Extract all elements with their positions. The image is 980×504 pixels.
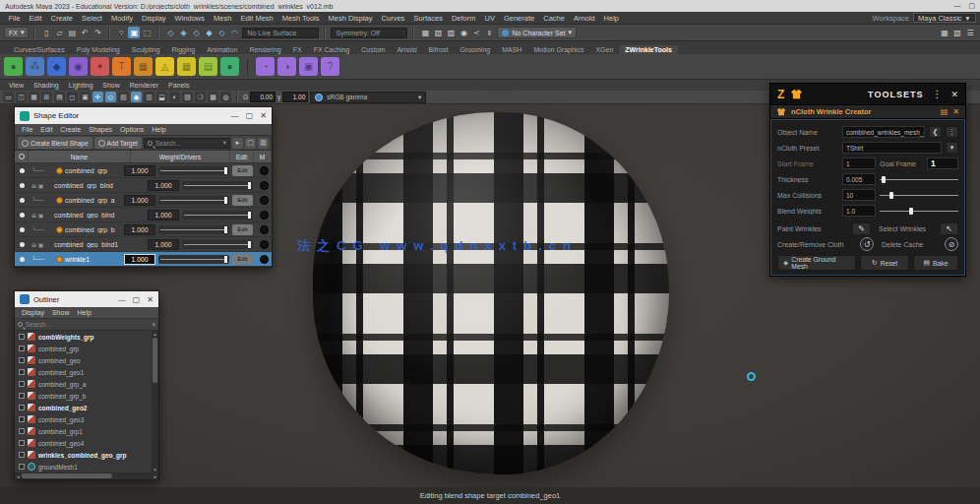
filter-icon[interactable]: ▸ xyxy=(232,138,243,149)
combined_grp[interactable]: └── combined_grp 1.000 Edit xyxy=(15,163,272,178)
redo-icon[interactable]: ↷ xyxy=(92,27,103,38)
menu-set-selector[interactable]: FX ▾ xyxy=(4,27,29,38)
scroll-right-icon[interactable]: ▸ xyxy=(153,473,156,479)
shelf-tab[interactable]: Grooming xyxy=(454,45,496,54)
weight-slider[interactable] xyxy=(182,211,253,220)
create-blend-shape-button[interactable]: Create Blend Shape xyxy=(18,137,92,149)
minimize-button[interactable]: — xyxy=(231,111,239,120)
field-shelf-icon[interactable]: ● xyxy=(220,57,239,76)
maximize-button[interactable]: ▢ xyxy=(968,2,975,10)
menu-item[interactable]: Display xyxy=(138,14,171,23)
groundMesh1[interactable]: groundMesh1 xyxy=(15,461,152,472)
node-name[interactable]: combined_grp_a xyxy=(38,381,86,388)
node-name[interactable]: combined_geo xyxy=(38,357,81,364)
edit-column-header[interactable]: Edit xyxy=(230,151,254,162)
shelf-tab[interactable]: ZWrinkleTools xyxy=(619,45,678,54)
shelf-tab[interactable]: Arnold xyxy=(391,45,422,54)
plaid-cloth-object[interactable] xyxy=(313,112,669,474)
save-scene-icon[interactable]: ▤ xyxy=(66,27,78,38)
exposure-field[interactable]: 0.00 xyxy=(250,92,276,102)
grid-icon[interactable]: ✛ xyxy=(92,92,103,102)
combined_geo_blnd[interactable]: ⊞ ▣ combined_geo_blnd 1.000 xyxy=(15,208,272,222)
create-ground-mesh-button[interactable]: ◈ Create Ground Mesh xyxy=(777,255,856,271)
slider-handle[interactable] xyxy=(909,208,913,215)
new-scene-icon[interactable]: ▯ xyxy=(40,27,52,38)
help-shelf-icon[interactable]: ? xyxy=(321,57,339,76)
visibility-checkbox[interactable] xyxy=(19,381,25,387)
shape-editor-titlebar[interactable]: Shape Editor — ▢ ✕ xyxy=(15,107,272,124)
slider-handle[interactable] xyxy=(248,241,251,248)
select-camera-icon[interactable]: ▭ xyxy=(3,92,14,102)
shape-name[interactable]: combined_grp xyxy=(65,167,124,174)
node-name[interactable]: combined_grp_b xyxy=(38,393,86,400)
ncloth-collider-icon[interactable]: ◑ xyxy=(277,57,296,76)
snap-curve-icon[interactable]: ◈ xyxy=(177,27,189,38)
mute-toggle[interactable] xyxy=(256,166,272,175)
slider-handle[interactable] xyxy=(224,197,227,204)
render-settings-icon[interactable]: ▨ xyxy=(445,27,457,38)
slider-handle[interactable] xyxy=(224,167,227,174)
combined_geo[interactable]: combined_geo xyxy=(15,354,152,366)
shape-name[interactable]: combined_grp_a xyxy=(65,197,124,204)
combined_grp[interactable]: combined_grp xyxy=(15,343,152,354)
thickness-slider[interactable] xyxy=(880,174,958,184)
menu-item[interactable]: Create xyxy=(46,14,78,23)
slider-handle[interactable] xyxy=(224,226,227,233)
shape-editor-menu-item[interactable]: Shapes xyxy=(85,126,116,133)
field-chart-icon[interactable]: ▥ xyxy=(144,92,154,102)
combined_grp_a[interactable]: combined_grp_a xyxy=(15,378,152,390)
mute-toggle[interactable] xyxy=(256,225,272,234)
shelf-tab[interactable]: Rendering xyxy=(243,45,286,54)
scrollbar-thumb[interactable] xyxy=(22,473,112,478)
close-icon[interactable]: ✕ xyxy=(950,90,958,99)
menu-item[interactable]: Modify xyxy=(106,14,137,23)
mute-column-header[interactable]: M xyxy=(254,151,272,162)
cache-shelf-icon[interactable]: ▤ xyxy=(199,57,217,76)
node-name[interactable]: combined_geo3 xyxy=(38,416,84,423)
visibility-checkbox[interactable] xyxy=(19,334,25,340)
maximize-button[interactable]: ▢ xyxy=(246,111,254,120)
row-radio[interactable] xyxy=(15,183,29,188)
weight-slider[interactable] xyxy=(158,225,229,234)
edit-target-button[interactable]: Edit xyxy=(232,254,253,265)
row-radio[interactable] xyxy=(15,257,29,262)
ipr-render-icon[interactable]: ▧ xyxy=(432,27,444,38)
node-editor-icon[interactable]: ≺ xyxy=(470,27,482,38)
wrinkle1[interactable]: └── wrinkle1 1.000 Edit xyxy=(15,252,272,267)
live-surface-field[interactable]: No Live Surface xyxy=(242,28,319,38)
slider-handle[interactable] xyxy=(248,212,251,219)
pause-icon[interactable]: ‖ xyxy=(483,27,495,38)
menu-item[interactable]: UV xyxy=(480,14,499,23)
outliner-menu-item[interactable]: Show xyxy=(48,309,74,316)
edit-target-button[interactable]: Edit xyxy=(232,195,253,206)
select-component-icon[interactable]: ⬚ xyxy=(141,27,153,38)
snap-grid-icon[interactable]: ◇ xyxy=(164,27,176,38)
outliner-menu-item[interactable]: Display xyxy=(18,309,48,316)
shape-name[interactable]: combined_geo_blnd xyxy=(54,212,148,219)
slider-handle[interactable] xyxy=(882,176,886,183)
close-button[interactable]: ✕ xyxy=(260,111,267,120)
node-name[interactable]: combined_grp xyxy=(38,346,79,352)
particles-shelf-icon[interactable]: ⁂ xyxy=(26,57,44,76)
select-object-icon[interactable]: ▣ xyxy=(128,27,140,38)
node-name[interactable]: combWeights_grp xyxy=(38,334,94,341)
combined_geo3[interactable]: combined_geo3 xyxy=(15,413,152,425)
combined_grp_b[interactable]: └── combined_grp_b 1.000 Edit xyxy=(15,222,272,237)
lights-icon[interactable]: ◍ xyxy=(220,92,231,102)
textured-icon[interactable]: ▩ xyxy=(208,92,218,102)
row-radio[interactable] xyxy=(15,213,29,218)
ncloth-create-icon[interactable]: ◔ xyxy=(256,57,275,76)
wireframe-icon[interactable]: ▨ xyxy=(182,92,193,102)
minimize-button[interactable]: — xyxy=(953,2,960,10)
menu-item[interactable]: Windows xyxy=(170,14,209,23)
menu-item[interactable]: Arnold xyxy=(569,14,599,23)
combined_geo_blnd1[interactable]: ⊞ ▣ combined_geo_blnd1 1.000 xyxy=(15,237,272,252)
viewport-menu-item[interactable]: View xyxy=(4,82,29,89)
scroll-left-icon[interactable]: ◂ xyxy=(17,473,20,479)
shelf-tab[interactable]: Sculpting xyxy=(126,45,166,54)
menu-item[interactable]: Select xyxy=(78,14,107,23)
options-menu-button[interactable]: ⋮ xyxy=(946,126,958,138)
menu-item[interactable]: Generate xyxy=(499,14,538,23)
open-scene-icon[interactable]: ▱ xyxy=(53,27,65,38)
collapse-icon[interactable]: ▤ xyxy=(941,107,949,116)
